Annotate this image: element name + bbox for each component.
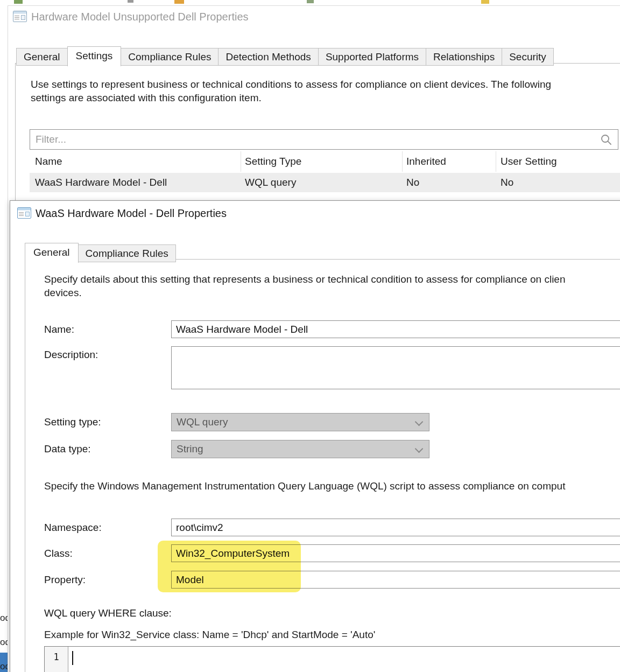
data-type-label: Data type: [44, 440, 91, 458]
background-text-fragment: od [0, 613, 8, 624]
setting-intro-line2: devices. [44, 287, 82, 299]
table-row[interactable]: WaaS Hardware Model - Dell WQL query No … [30, 173, 620, 192]
column-header-inherited[interactable]: Inherited [406, 150, 446, 173]
tab-compliance-rules[interactable]: Compliance Rules [121, 48, 219, 66]
column-separator [496, 151, 496, 172]
settings-description-line1: Use settings to represent business or te… [31, 79, 551, 90]
data-type-value: String [177, 443, 203, 454]
row-cell-inherited: No [406, 173, 419, 192]
column-separator [402, 151, 403, 172]
tab-settings[interactable]: Settings [67, 46, 122, 66]
properties-dialog-icon [13, 11, 27, 22]
namespace-label: Namespace: [44, 519, 102, 536]
column-header-user-setting[interactable]: User Setting [501, 150, 557, 173]
line-number: 1 [53, 652, 59, 662]
column-separator [241, 151, 241, 172]
row-cell-name: WaaS Hardware Model - Dell [35, 173, 167, 192]
filter-box [30, 129, 618, 150]
data-type-dropdown: String [171, 440, 429, 458]
row-cell-setting-type: WQL query [245, 173, 296, 192]
wql-query-editor[interactable]: 1 [44, 646, 620, 672]
chevron-down-icon [415, 418, 424, 426]
background-text-fragment: od [0, 637, 8, 648]
setting-type-label: Setting type: [44, 413, 101, 431]
chevron-down-icon [415, 445, 424, 453]
search-icon [600, 134, 612, 146]
inner-tabstrip: General Compliance Rules [25, 243, 176, 262]
row-cell-user-setting: No [501, 173, 513, 192]
setting-type-dropdown: WQL query [171, 413, 429, 431]
outer-tabstrip: General Settings Compliance Rules Detect… [16, 46, 554, 66]
tab-security[interactable]: Security [502, 48, 554, 66]
tab-compliance-rules[interactable]: Compliance Rules [78, 244, 176, 262]
tab-relationships[interactable]: Relationships [426, 48, 502, 66]
column-header-setting-type[interactable]: Setting Type [245, 150, 301, 173]
background-fragment [128, 0, 133, 3]
outer-dialog-title: Hardware Model Unsupported Dell Properti… [31, 11, 249, 23]
tab-detection-methods[interactable]: Detection Methods [218, 48, 318, 66]
description-label: Description: [44, 349, 98, 361]
description-field[interactable] [171, 346, 620, 389]
background-fragment [307, 0, 314, 3]
background-text-fragment: od [0, 661, 8, 672]
text-cursor [72, 651, 73, 665]
tab-general[interactable]: General [25, 243, 79, 263]
wql-instruction: Specify the Windows Management Instrumen… [44, 480, 565, 492]
setting-type-value: WQL query [177, 416, 228, 428]
namespace-field[interactable] [171, 519, 620, 536]
name-label: Name: [44, 320, 74, 338]
background-fragment [174, 0, 184, 4]
tab-general[interactable]: General [16, 48, 68, 66]
tab-supported-platforms[interactable]: Supported Platforms [318, 48, 426, 66]
filter-input[interactable] [30, 130, 618, 149]
properties-dialog-icon [17, 207, 31, 219]
background-fragment [14, 0, 23, 4]
property-field[interactable] [171, 571, 620, 589]
name-field[interactable] [171, 320, 620, 338]
settings-description-line2: settings are associated with this config… [31, 92, 262, 104]
property-label: Property: [44, 571, 86, 589]
editor-line-number-gutter: 1 [45, 647, 68, 672]
where-clause-label: WQL query WHERE clause: [44, 607, 172, 619]
setting-intro-line1: Specify details about this setting that … [44, 274, 565, 285]
settings-list-header: Name Setting Type Inherited User Setting [30, 150, 620, 173]
where-clause-example: Example for Win32_Service class: Name = … [44, 629, 375, 641]
class-label: Class: [44, 544, 73, 562]
inner-dialog-title: WaaS Hardware Model - Dell Properties [36, 207, 227, 220]
column-header-name[interactable]: Name [35, 150, 62, 173]
class-field[interactable] [171, 544, 620, 562]
background-fragment [481, 0, 489, 4]
